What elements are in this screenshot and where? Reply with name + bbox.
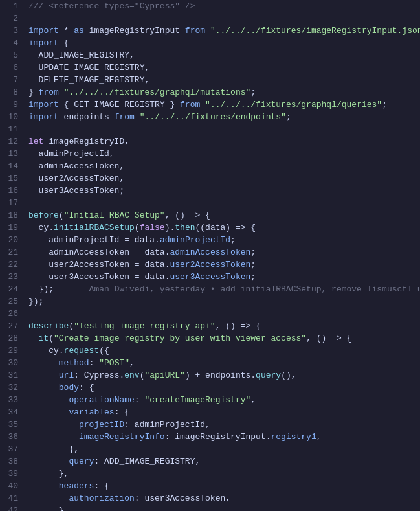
line-num-3: 3	[5, 25, 18, 37]
code-line-41: authorization: user3AccessToken,	[28, 492, 415, 505]
line-numbers: 1 2 3 4 5 6 7 8 9 10 11 12 13 14 15 16 1…	[0, 0, 23, 511]
line-num-42: 42	[5, 505, 18, 511]
code-line-5: ADD_IMAGE_REGISTRY,	[28, 49, 415, 62]
code-line-35: projectID: adminProjectId,	[28, 418, 415, 431]
line-num-22: 22	[5, 258, 18, 271]
code-line-8: } from "../../../fixtures/graphql/mutati…	[28, 86, 415, 98]
code-line-29: cy.request({	[28, 345, 415, 357]
line-num-8: 8	[5, 86, 18, 98]
code-line-21: adminAccessToken = data.adminAccessToken…	[28, 246, 415, 258]
line-num-30: 30	[5, 357, 18, 369]
line-num-31: 31	[5, 369, 18, 381]
line-num-9: 9	[5, 98, 18, 111]
line-num-4: 4	[5, 37, 18, 49]
code-line-18: before("Initial RBAC Setup", () => {	[28, 209, 415, 221]
line-num-35: 35	[5, 418, 18, 431]
code-line-30: method: "POST",	[28, 357, 415, 369]
line-num-19: 19	[5, 221, 18, 234]
line-num-33: 33	[5, 394, 18, 406]
code-line-32: body: {	[28, 381, 415, 394]
code-line-14: adminAccessToken,	[28, 160, 415, 172]
line-num-13: 13	[5, 148, 18, 160]
line-num-1: 1	[5, 0, 18, 12]
code-editor: 1 2 3 4 5 6 7 8 9 10 11 12 13 14 15 16 1…	[0, 0, 420, 511]
code-line-22: user2AccessToken = data.user2AccessToken…	[28, 258, 415, 271]
line-num-39: 39	[5, 468, 18, 480]
line-num-20: 20	[5, 234, 18, 246]
line-num-23: 23	[5, 271, 18, 283]
line-num-40: 40	[5, 480, 18, 492]
code-line-36: imageRegistryInfo: imageRegistryInput.re…	[28, 431, 415, 443]
code-line-24: }); Aman Dwivedi, yesterday • add initia…	[28, 283, 415, 295]
code-line-11	[28, 123, 415, 135]
line-num-5: 5	[5, 49, 18, 62]
code-line-16: user3AccessToken;	[28, 185, 415, 197]
code-line-42: },	[28, 505, 415, 511]
code-line-40: headers: {	[28, 480, 415, 492]
code-line-1: /// <reference types="Cypress" />	[28, 0, 415, 12]
code-line-26	[28, 308, 415, 320]
code-line-19: cy.initialRBACSetup(false).then((data) =…	[28, 221, 415, 234]
line-num-28: 28	[5, 332, 18, 345]
line-num-2: 2	[5, 12, 18, 25]
line-num-25: 25	[5, 295, 18, 308]
line-num-38: 38	[5, 455, 18, 468]
code-line-3: import * as imageRegistryInput from "../…	[28, 25, 415, 37]
code-line-37: },	[28, 443, 415, 455]
line-num-14: 14	[5, 160, 18, 172]
line-num-37: 37	[5, 443, 18, 455]
line-num-11: 11	[5, 123, 18, 135]
code-line-4: import {	[28, 37, 415, 49]
code-line-39: },	[28, 468, 415, 480]
line-num-16: 16	[5, 185, 18, 197]
code-line-31: url: Cypress.env("apiURL") + endpoints.q…	[28, 369, 415, 381]
code-line-13: adminProjectId,	[28, 148, 415, 160]
code-line-6: UPDATE_IMAGE_REGISTRY,	[28, 62, 415, 74]
code-line-2	[28, 12, 415, 25]
code-line-9: import { GET_IMAGE_REGISTRY } from "../.…	[28, 98, 415, 111]
line-num-27: 27	[5, 320, 18, 332]
line-num-17: 17	[5, 197, 18, 209]
code-content: /// <reference types="Cypress" /> import…	[23, 0, 420, 511]
code-line-23: user3AccessToken = data.user3AccessToken…	[28, 271, 415, 283]
code-line-33: operationName: "createImageRegistry",	[28, 394, 415, 406]
code-line-38: query: ADD_IMAGE_REGISTRY,	[28, 455, 415, 468]
line-num-24: 24	[5, 283, 18, 295]
line-num-12: 12	[5, 135, 18, 148]
code-line-15: user2AccessToken,	[28, 172, 415, 185]
code-line-28: it("Create image registry by user with v…	[28, 332, 415, 345]
code-line-34: variables: {	[28, 406, 415, 418]
code-line-7: DELETE_IMAGE_REGISTRY,	[28, 74, 415, 86]
code-line-20: adminProjectId = data.adminProjectId;	[28, 234, 415, 246]
code-line-17	[28, 197, 415, 209]
code-line-10: import endpoints from "../../../fixtures…	[28, 111, 415, 123]
line-num-15: 15	[5, 172, 18, 185]
line-num-34: 34	[5, 406, 18, 418]
code-line-25: });	[28, 295, 415, 308]
line-num-32: 32	[5, 381, 18, 394]
line-num-26: 26	[5, 308, 18, 320]
line-num-10: 10	[5, 111, 18, 123]
line-num-7: 7	[5, 74, 18, 86]
code-line-27: describe("Testing image registry api", (…	[28, 320, 415, 332]
line-num-36: 36	[5, 431, 18, 443]
line-num-29: 29	[5, 345, 18, 357]
line-num-41: 41	[5, 492, 18, 505]
line-num-6: 6	[5, 62, 18, 74]
line-num-18: 18	[5, 209, 18, 221]
line-num-21: 21	[5, 246, 18, 258]
code-line-12: let imageRegistryID,	[28, 135, 415, 148]
